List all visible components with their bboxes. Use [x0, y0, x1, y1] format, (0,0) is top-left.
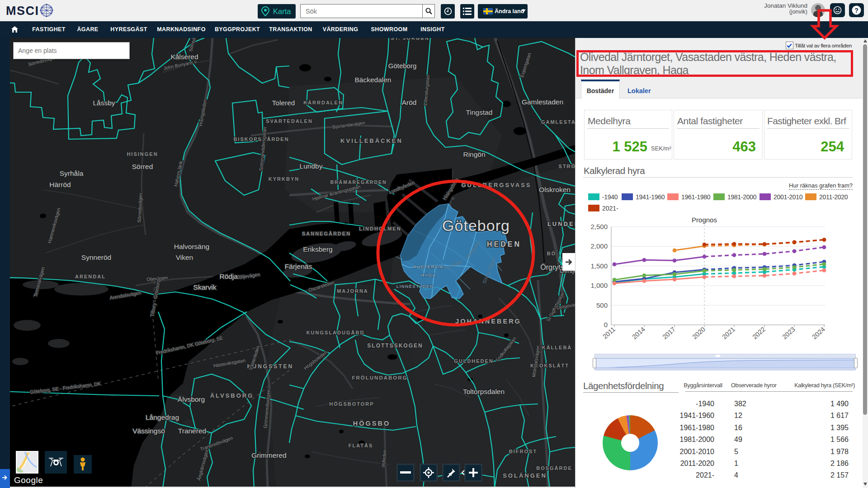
svg-text:Låssby: Låssby	[93, 99, 115, 107]
svg-text:KUNGSLADUGÅRD: KUNGSLADUGÅRD	[307, 330, 365, 335]
svg-text:1,500: 1,500	[590, 262, 608, 270]
svg-text:Grimmered: Grimmered	[251, 451, 287, 459]
svg-text:FLATÅS: FLATÅS	[349, 443, 373, 448]
svg-text:Prognos: Prognos	[692, 216, 717, 224]
svg-text:Aröd: Aröd	[402, 99, 417, 106]
svg-text:1,000: 1,000	[590, 282, 608, 289]
svg-text:HÖGSBOTORP: HÖGSBOTORP	[329, 401, 374, 407]
svg-text:Vässingsö: Vässingsö	[132, 427, 165, 435]
svg-text:Synneröd: Synneröd	[81, 253, 111, 261]
svg-text:Bäckedalen: Bäckedalen	[354, 76, 391, 84]
svg-text:ÄLVSBORG: ÄLVSBORG	[210, 392, 254, 399]
svg-text:2,500: 2,500	[590, 223, 608, 230]
svg-text:?: ?	[854, 7, 859, 14]
svg-text:LUNDEN: LUNDEN	[547, 221, 575, 227]
svg-text:Skarvik: Skarvik	[193, 283, 217, 291]
svg-text:SANNEGÅRDEN: SANNEGÅRDEN	[302, 231, 351, 236]
svg-text:Härröd: Härröd	[49, 181, 71, 188]
svg-text:HISINGEN: HISINGEN	[127, 151, 158, 157]
svg-text:Tranered: Tranered	[178, 427, 206, 435]
svg-text:KYRKBYN: KYRKBYN	[269, 176, 299, 182]
svg-text:SVARTEDALEN: SVARTEDALEN	[266, 118, 313, 124]
svg-text:HEDEN: HEDEN	[487, 240, 521, 248]
svg-text:Viken: Viken	[176, 253, 193, 261]
svg-text:0: 0	[604, 321, 608, 328]
svg-text:2014: 2014	[631, 325, 646, 340]
svg-text:BÖ: BÖ	[547, 251, 557, 256]
svg-text:BOSGÅRDE: BOSGÅRDE	[536, 465, 572, 471]
svg-text:2021: 2021	[721, 325, 736, 340]
svg-text:2023: 2023	[781, 325, 797, 340]
svg-text:Toltorpsdalen: Toltorpsdalen	[463, 388, 505, 395]
svg-text:Färjenäs: Färjenäs	[285, 263, 312, 270]
svg-text:HAGA: HAGA	[421, 272, 436, 277]
svg-text:BIFROST: BIFROST	[509, 449, 537, 454]
svg-text:Lundby: Lundby	[300, 162, 323, 170]
svg-text:Göteborg: Göteborg	[442, 217, 510, 234]
svg-text:Sörred: Sörred	[132, 163, 153, 170]
svg-text:Syrhåla: Syrhåla	[60, 169, 84, 177]
svg-text:FRÖLUNDABORG: FRÖLUNDABORG	[352, 375, 407, 380]
svg-text:SOLÄNGEN: SOLÄNGEN	[503, 472, 547, 479]
svg-text:HÖGSBO: HÖGSBO	[353, 420, 390, 427]
svg-text:Tolered: Tolered	[272, 99, 295, 107]
svg-text:PUSTERVIK: PUSTERVIK	[413, 264, 443, 269]
svg-text:Olskroken: Olskroken	[539, 186, 571, 193]
svg-text:Gamlestaden: Gamlestaden	[522, 98, 563, 106]
svg-text:Långedrag: Långedrag	[146, 413, 179, 421]
svg-text:STRÖMM: STRÖMM	[559, 164, 575, 169]
svg-text:Ringön: Ringön	[463, 150, 485, 158]
svg-text:2024: 2024	[811, 325, 826, 340]
svg-text:Tingstad: Tingstad	[466, 108, 493, 116]
svg-text:Eriksberg: Eriksberg	[303, 245, 332, 253]
svg-text:Halvorsäng: Halvorsäng	[174, 243, 209, 250]
svg-text:ARENDAL: ARENDAL	[75, 274, 106, 279]
svg-text:KÄLLEBÄ: KÄLLEBÄ	[542, 345, 572, 350]
svg-text:KÄRRDALEN: KÄRRDALEN	[303, 100, 343, 105]
svg-text:2,000: 2,000	[590, 242, 608, 250]
svg-text:GAMLESTADE: GAMLESTADE	[541, 119, 575, 125]
svg-text:500: 500	[596, 301, 608, 309]
svg-text:Älvsborg: Älvsborg	[178, 395, 205, 403]
svg-text:LINNÉSTADEN: LINNÉSTADEN	[396, 284, 434, 289]
svg-text:KVILLEBÄCKEN: KVILLEBÄCKEN	[340, 137, 403, 144]
svg-text:2020: 2020	[691, 325, 707, 340]
svg-text:MAJORNA: MAJORNA	[337, 288, 368, 294]
svg-text:ST. JÖRGEN: ST. JÖRGEN	[391, 38, 429, 41]
svg-text:SLOTTSSKOGEN: SLOTTSSKOGEN	[367, 343, 423, 349]
svg-text:GULDHEDEN: GULDHEDEN	[454, 358, 494, 364]
svg-text:2017: 2017	[661, 325, 677, 340]
svg-text:Göteborg: Göteborg	[388, 62, 417, 70]
svg-text:2022: 2022	[751, 325, 767, 340]
